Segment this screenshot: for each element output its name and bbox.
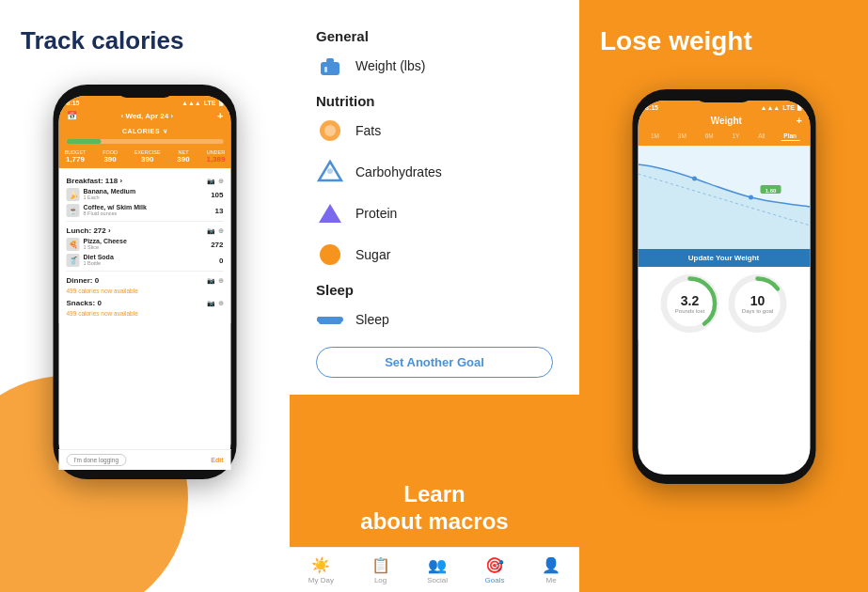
tab-my-day[interactable]: ☀️ My Day xyxy=(308,556,334,584)
ph1-snacks-icons: 📷 ⊕ xyxy=(207,300,224,307)
panel2-item-carbs[interactable]: Carbohydrates xyxy=(316,158,553,186)
ph1-food-coffee: ☕ Coffee, w/ Skim Milk 8 Fluid ounces 13 xyxy=(67,204,224,217)
fats-icon xyxy=(316,117,344,145)
ph1-pb-fill xyxy=(67,139,102,144)
ph3-status-right: ▲▲▲ LTE ▊ xyxy=(761,103,803,111)
tab-my-day-label: My Day xyxy=(308,576,334,584)
ph1-banana-icon: 🍌 xyxy=(67,188,80,201)
ph1-macro-exercise: EXERCISE 390 xyxy=(134,149,161,164)
ph1-snacks-header: Snacks: 0 📷 ⊕ xyxy=(67,299,224,307)
panel3-title: Lose weight xyxy=(579,0,868,71)
tab-me-label: Me xyxy=(546,576,557,584)
ph1-snacks-label: Snacks: 0 xyxy=(67,299,102,307)
tab-goals[interactable]: 🎯 Goals xyxy=(485,556,505,584)
ph1-dinner-header: Dinner: 0 📷 ⊕ xyxy=(67,276,224,285)
svg-rect-11 xyxy=(319,320,341,324)
ph1-coffee-info: Coffee, w/ Skim Milk 8 Fluid ounces xyxy=(84,204,147,216)
tab-log[interactable]: 📋 Log xyxy=(371,556,390,584)
ph1-pizza-info: Pizza, Cheese 1 Slice xyxy=(84,238,127,250)
ph3-update-banner[interactable]: Update Your Weight xyxy=(638,249,810,267)
phone1-notch xyxy=(117,85,173,98)
panel-lose-weight: Lose weight 8:15 ▲▲▲ LTE ▊ Weight xyxy=(579,0,868,592)
ph1-done-button[interactable]: I'm done logging xyxy=(67,454,127,466)
phone1-screen: 8:15 ▲▲▲ LTE ▊ 📅 ‹ Wed, Apr 24 › + CALOR… xyxy=(59,96,231,470)
ph1-food-banana: 🍌 Banana, Medium 1 Each 105 xyxy=(67,188,224,201)
panel2-item-weight[interactable]: Weight (lbs) xyxy=(316,52,553,80)
ph1-signal: ▲▲▲ xyxy=(181,100,201,106)
svg-rect-2 xyxy=(324,67,327,72)
panel2-item-fats[interactable]: Fats xyxy=(316,117,553,145)
ph1-dinner-note: 499 calories now available xyxy=(67,288,224,294)
tab-social[interactable]: 👥 Social xyxy=(427,556,448,584)
ph1-food-soda: 🥤 Diet Soda 1 Bottle 0 xyxy=(67,254,224,267)
ph1-breakfast-icons: 📷 ⊕ xyxy=(207,178,224,185)
panel2-item-sugar[interactable]: Sugar xyxy=(316,241,553,269)
ph1-snacks-note: 499 calories now available xyxy=(67,310,224,317)
svg-point-13 xyxy=(749,195,753,200)
ph3-tab-6m[interactable]: 6M xyxy=(702,132,717,141)
goals-icon: 🎯 xyxy=(485,556,504,574)
ph1-breakfast-label: Breakfast: 118 › xyxy=(67,177,123,185)
panel2-item-protein[interactable]: Protein xyxy=(316,199,553,227)
ph1-macro-net: NET 390 xyxy=(177,149,189,164)
panel2-sleep-label: Sleep xyxy=(355,312,389,327)
ph3-tabs: 1M 3M 6M 1Y All Plan xyxy=(638,130,810,146)
ph1-add-icon[interactable]: ⊕ xyxy=(218,178,224,185)
svg-point-6 xyxy=(327,168,333,174)
phone3-notch xyxy=(696,89,752,102)
ph1-time: 8:15 xyxy=(67,100,80,106)
ph1-icon-square: 📅 xyxy=(67,111,77,120)
ph3-chart-area: 1.60 xyxy=(638,146,810,249)
sleep-icon xyxy=(316,305,344,334)
panel2-content: General Weight (lbs) Nutrition Fats xyxy=(290,0,579,408)
ph3-lte: LTE xyxy=(782,104,795,111)
ph3-tab-all[interactable]: All xyxy=(755,132,767,141)
ph1-add2-icon[interactable]: ⊕ xyxy=(218,227,224,235)
ph1-status-right: ▲▲▲ LTE ▊ xyxy=(181,99,224,106)
ph3-plus-btn[interactable]: + xyxy=(797,115,802,126)
ph1-battery: ▊ xyxy=(219,99,224,106)
panel-learn-macros: General Weight (lbs) Nutrition Fats xyxy=(290,0,579,592)
ph1-macro-under: UNDER 1,389 xyxy=(206,149,225,164)
social-icon: 👥 xyxy=(428,556,447,574)
ph3-tab-1y[interactable]: 1Y xyxy=(729,132,742,141)
phone1: 8:15 ▲▲▲ LTE ▊ 📅 ‹ Wed, Apr 24 › + CALOR… xyxy=(54,85,237,479)
ph1-camera-icon[interactable]: 📷 xyxy=(207,178,215,185)
ph1-plus-btn[interactable]: + xyxy=(217,110,223,121)
panel2-bottom-text: Learnabout macros xyxy=(290,481,579,536)
ph1-edit-button[interactable]: Edit xyxy=(211,457,223,463)
ph1-macros: BUDGET 1,779 FOOD 390 EXERCISE 390 NET 3… xyxy=(59,148,231,168)
ph1-progress-bar xyxy=(59,139,231,148)
weight-icon xyxy=(316,52,344,80)
ph3-tab-3m[interactable]: 3M xyxy=(675,132,689,141)
ph1-macro-budget: BUDGET 1,779 xyxy=(65,149,87,164)
ph1-camera4-icon[interactable]: 📷 xyxy=(207,300,215,307)
ph1-add4-icon[interactable]: ⊕ xyxy=(218,300,224,307)
ph1-pizza-icon: 🍕 xyxy=(67,238,80,251)
panel2-protein-label: Protein xyxy=(355,206,397,221)
ph1-food-pizza-left: 🍕 Pizza, Cheese 1 Slice xyxy=(67,238,127,251)
panel2-carbs-label: Carbohydrates xyxy=(355,164,442,179)
ph1-date: ‹ Wed, Apr 24 › xyxy=(120,112,173,120)
ph1-coffee-icon: ☕ xyxy=(67,204,80,217)
panel2-item-sleep[interactable]: Sleep xyxy=(316,305,553,334)
panel2-section-general: General xyxy=(316,28,553,44)
ph1-camera2-icon[interactable]: 📷 xyxy=(207,227,215,235)
ph1-camera3-icon[interactable]: 📷 xyxy=(207,277,215,285)
tab-social-label: Social xyxy=(427,576,448,584)
panel2-tabbar: ☀️ My Day 📋 Log 👥 Social 🎯 Goals 👤 Me xyxy=(290,547,579,592)
ph3-battery: ▊ xyxy=(797,103,802,111)
phone3: 8:15 ▲▲▲ LTE ▊ Weight + 1M 3M xyxy=(632,89,815,465)
ph1-dinner-icons: 📷 ⊕ xyxy=(207,277,224,285)
ph3-tab-1m[interactable]: 1M xyxy=(648,132,662,141)
panel1-title: Track calories xyxy=(0,0,290,70)
svg-rect-0 xyxy=(321,62,339,75)
ph3-tab-plan[interactable]: Plan xyxy=(781,132,799,141)
ph1-soda-icon: 🥤 xyxy=(67,254,80,267)
tab-me[interactable]: 👤 Me xyxy=(542,556,560,584)
ph1-header: 📅 ‹ Wed, Apr 24 › + xyxy=(59,108,231,126)
set-another-goal-button[interactable]: Set Another Goal xyxy=(316,347,553,378)
ph1-lunch-header: Lunch: 272 › 📷 ⊕ xyxy=(67,226,224,235)
phone3-screen: 8:15 ▲▲▲ LTE ▊ Weight + 1M 3M xyxy=(638,101,810,475)
ph1-add3-icon[interactable]: ⊕ xyxy=(218,277,224,285)
